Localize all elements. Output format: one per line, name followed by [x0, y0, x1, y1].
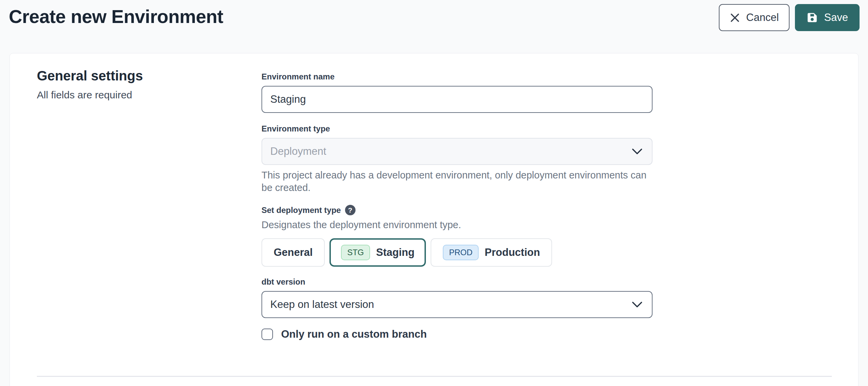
deployment-type-staging-button[interactable]: STG Staging [329, 238, 426, 267]
custom-branch-checkbox[interactable] [261, 329, 273, 340]
environment-type-help-text: This project already has a development e… [261, 169, 653, 194]
floppy-disk-icon [806, 12, 818, 23]
dbt-version-value: Keep on latest version [270, 298, 374, 311]
custom-branch-row: Only run on a custom branch [261, 328, 653, 340]
environment-type-value: Deployment [270, 145, 326, 158]
section-title: General settings [37, 68, 143, 84]
section-subtitle: All fields are required [37, 89, 143, 101]
chevron-down-icon [632, 301, 642, 308]
deployment-type-staging-label: Staging [376, 246, 415, 259]
deployment-type-general-button[interactable]: General [261, 238, 325, 267]
environment-type-label: Environment type [261, 124, 653, 134]
environment-form: Environment name Environment type Deploy… [261, 53, 653, 340]
custom-branch-label: Only run on a custom branch [281, 328, 427, 340]
deployment-type-label: Set deployment type [261, 205, 341, 215]
save-button-label: Save [824, 11, 848, 24]
prod-badge: PROD [443, 245, 478, 260]
question-mark-icon[interactable]: ? [345, 205, 356, 215]
environment-name-input[interactable] [261, 86, 653, 113]
deployment-type-general-label: General [274, 246, 313, 259]
section-header: General settings All fields are required [37, 68, 143, 101]
section-divider [37, 376, 832, 377]
chevron-down-icon [632, 148, 642, 155]
page-title: Create new Environment [9, 5, 223, 28]
page-header: Create new Environment Cancel Save [0, 0, 868, 53]
settings-card: General settings All fields are required… [9, 53, 859, 386]
deployment-type-label-row: Set deployment type ? [261, 205, 653, 215]
deployment-type-description: Designates the deployment environment ty… [261, 219, 653, 231]
header-actions: Cancel Save [719, 4, 860, 31]
environment-name-label: Environment name [261, 72, 653, 82]
save-button[interactable]: Save [795, 4, 860, 31]
stg-badge: STG [341, 245, 370, 260]
dbt-version-select[interactable]: Keep on latest version [261, 291, 653, 318]
environment-type-select[interactable]: Deployment [261, 138, 653, 165]
cancel-button-label: Cancel [746, 11, 779, 24]
cancel-button[interactable]: Cancel [719, 4, 790, 31]
deployment-type-production-button[interactable]: PROD Production [431, 238, 552, 267]
dbt-version-label: dbt version [261, 277, 653, 287]
close-icon [730, 13, 740, 23]
deployment-type-production-label: Production [485, 246, 540, 259]
deployment-type-options: General STG Staging PROD Production [261, 238, 653, 267]
